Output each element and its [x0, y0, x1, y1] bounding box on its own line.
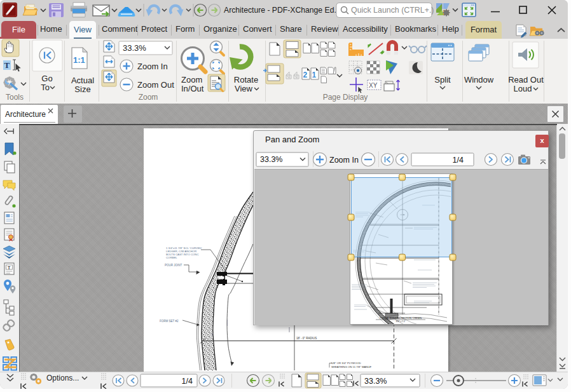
svg-text:T: T — [8, 266, 11, 270]
svg-text:Zoom In: Zoom In — [329, 156, 359, 165]
svg-text:Window: Window — [464, 75, 494, 84]
svg-text:33.3%: 33.3% — [364, 377, 387, 386]
svg-text:FORM SET #2: FORM SET #2 — [160, 320, 179, 323]
svg-text:33.3%: 33.3% — [123, 43, 146, 53]
svg-text:3/16" = 1'-0": 3/16" = 1'-0" — [396, 320, 405, 323]
svg-text:Read Out: Read Out — [508, 75, 544, 84]
svg-text:Zoom: Zoom — [139, 93, 158, 102]
svg-text:Options...: Options... — [46, 374, 79, 382]
svg-text:To: To — [41, 83, 50, 92]
svg-text:Loud: Loud — [514, 84, 532, 93]
svg-text:Quick Launch (CTRL+.): Quick Launch (CTRL+.) — [351, 6, 434, 15]
svg-text:Rotate: Rotate — [234, 75, 258, 84]
svg-text:T: T — [4, 60, 10, 70]
svg-text:View: View — [235, 84, 253, 93]
svg-text:2: 2 — [303, 71, 308, 79]
svg-text:1:1: 1:1 — [73, 55, 85, 65]
svg-text:CORBEL: CORBEL — [166, 256, 177, 259]
svg-text:Go: Go — [41, 74, 52, 83]
svg-text:Architecture - PDF-XChange Ed.: Architecture - PDF-XChange Ed.. — [224, 6, 338, 15]
svg-text:1/4: 1/4 — [182, 377, 193, 386]
svg-text:XY: XY — [369, 82, 378, 89]
svg-text:1: 1 — [312, 71, 317, 79]
svg-text:POUR JOINT: POUR JOINT — [165, 264, 182, 267]
svg-text:Zoom: Zoom — [181, 75, 202, 84]
svg-text:In/Out: In/Out — [181, 84, 204, 93]
svg-text:SHEATHING ON 11 7/8" MANUF: SHEATHING ON 11 7/8" MANUF — [331, 365, 372, 368]
svg-text:18' - 0" RADIUS: 18' - 0" RADIUS — [296, 337, 317, 340]
svg-text:5/8" OR 3/4" PLYWOOD: 5/8" OR 3/4" PLYWOOD — [331, 362, 361, 365]
svg-text:Page Display: Page Display — [323, 93, 368, 102]
svg-text:Tools: Tools — [6, 93, 24, 102]
svg-text:1/4: 1/4 — [453, 156, 464, 165]
svg-text:TYPICAL BUILDING SECTION, CHEM: TYPICAL BUILDING SECTION, CHEMIN — [380, 317, 422, 320]
svg-text:Actual: Actual — [71, 76, 94, 85]
svg-text:Size: Size — [74, 84, 90, 94]
svg-text:33.3%: 33.3% — [260, 155, 282, 164]
svg-text:Split: Split — [434, 75, 451, 84]
svg-text:Zoom Out: Zoom Out — [137, 80, 174, 90]
svg-text:Zoom In: Zoom In — [137, 62, 168, 71]
